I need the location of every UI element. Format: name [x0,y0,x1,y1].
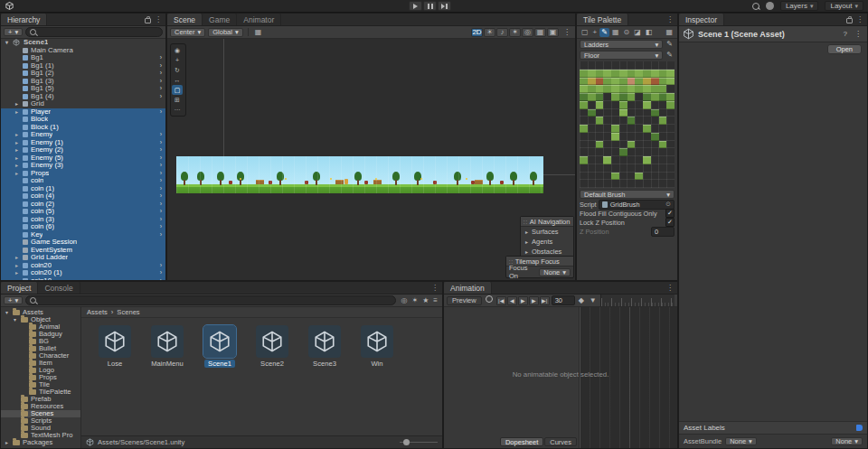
open-scene-button[interactable]: Open [827,44,862,54]
prefab-chevron-icon[interactable]: › [160,185,165,193]
palette-tile[interactable] [611,133,619,141]
palette-tile[interactable] [627,93,636,101]
expander-icon[interactable]: ▸ [14,254,20,262]
flood-fill-checkbox[interactable]: ✓ [665,209,675,218]
edit-palette-icon[interactable]: ✎ [665,40,675,49]
breadcrumb-item[interactable]: Scenes [117,308,139,316]
expander-icon[interactable]: ▸ [14,162,20,170]
lock-icon[interactable] [846,18,853,23]
lock-icon[interactable] [145,18,151,23]
hierarchy-item[interactable]: ▸Enemy (3)› [1,162,165,170]
palette-tile[interactable] [611,93,619,101]
ai-navigation-item[interactable]: ▸Agents [521,237,573,247]
layout-dropdown[interactable]: Layout▾ [825,1,863,11]
palette-tile[interactable] [619,109,627,117]
palette-tile[interactable] [627,78,636,86]
palette-tile[interactable] [588,109,596,117]
palette-tile[interactable] [611,78,619,86]
active-tilemap-dropdown[interactable]: Floor▾ [580,51,663,60]
palette-tile[interactable] [643,93,651,101]
hierarchy-item[interactable]: ▸Enemy› [1,131,165,139]
next-frame-button[interactable]: ▶ [529,296,539,305]
expander-icon[interactable]: ▸ [14,146,20,154]
prefab-chevron-icon[interactable]: › [160,62,165,70]
hierarchy-item[interactable]: ▸Enemy (1)› [1,139,165,147]
search-by-type-icon[interactable]: ◎ [399,296,409,305]
play-button[interactable] [409,1,422,11]
hierarchy-item[interactable]: ▸Player› [1,108,165,117]
palette-tile[interactable] [588,93,596,101]
palette-tile[interactable] [651,109,659,117]
focus-on-dropdown[interactable]: None▾ [539,268,571,276]
hierarchy-item[interactable]: Block (1) [1,124,165,132]
palette-tile[interactable] [666,93,675,101]
visibility-toggle[interactable]: ◎ [522,28,533,37]
palette-tile[interactable] [659,117,667,125]
tab-console[interactable]: Console [38,282,80,294]
menu-icon[interactable]: ⋮ [431,284,439,292]
asset-item[interactable]: Lose [94,325,136,368]
assetbundle-variant-dropdown[interactable]: None▾ [831,437,863,445]
overlay-menu-icon[interactable]: ⋮ [561,28,572,37]
scene-viewport[interactable]: ◉+↻↔▢⊞⋯ ∷AI Navigation ▸Surfaces▸Agents▸… [167,39,575,280]
prefab-chevron-icon[interactable]: › [160,139,165,147]
hierarchy-item[interactable]: ▸coin20 (1)› [1,269,165,277]
lighting-toggle[interactable]: ☀ [484,28,495,37]
expander-icon[interactable]: ▾ [4,309,10,316]
hierarchy-item[interactable]: Game Session [1,239,165,247]
asset-labels-icon[interactable] [856,425,863,431]
tab-tile-palette[interactable]: Tile Palette [577,14,628,25]
project-search[interactable] [25,295,396,305]
slider-thumb[interactable] [403,439,410,445]
hierarchy-item[interactable]: EventSystem [1,247,165,255]
tab-animator[interactable]: Animator [237,14,281,25]
expander-icon[interactable]: ▾ [12,316,18,323]
menu-icon[interactable]: ⋮ [856,15,863,23]
hierarchy-item[interactable]: Block [1,116,165,124]
box-fill-tool[interactable]: ▦ [610,28,621,37]
hierarchy-item[interactable]: ▸Grid Ladder [1,254,165,262]
tab-hierarchy[interactable]: Hierarchy [1,14,47,25]
palette-tile[interactable] [627,117,636,125]
erase-tool[interactable]: ◪ [632,28,643,37]
hierarchy-search-input[interactable] [39,28,158,36]
palette-tile[interactable] [666,78,675,86]
help-icon[interactable]: ? [842,30,849,39]
menu-icon[interactable]: ⋮ [666,284,674,292]
palette-tile[interactable] [596,101,604,109]
hierarchy-item[interactable]: ▾Scene1 [1,39,165,47]
palette-tile[interactable] [611,125,619,133]
add-event-button[interactable]: ▼ [588,296,599,305]
expander-icon[interactable]: ▸ [14,154,20,163]
palette-tile[interactable] [659,78,667,86]
palette-tile[interactable] [596,85,604,93]
prefab-chevron-icon[interactable]: › [160,201,165,209]
paint-tool[interactable]: ✎ [599,28,609,37]
palette-tile[interactable] [611,173,619,181]
hierarchy-item[interactable]: coin (1)› [1,185,165,193]
pause-button[interactable] [423,1,437,11]
palette-tile[interactable] [651,85,659,93]
hierarchy-item[interactable]: Key› [1,231,165,239]
curves-tab[interactable]: Curves [544,437,577,446]
palette-tile[interactable] [580,125,588,133]
palette-tile[interactable] [635,70,643,78]
hierarchy-item[interactable]: Bg1 (4)› [1,93,165,101]
palette-tile[interactable] [603,156,611,164]
hierarchy-item[interactable]: ▸coin20› [1,262,165,270]
palette-tile[interactable] [611,85,619,93]
palette-tile[interactable] [596,93,604,101]
palette-tile[interactable] [596,117,604,125]
project-search-input[interactable] [39,296,392,304]
prefab-chevron-icon[interactable]: › [160,269,165,277]
tool-handle-rotation-dropdown[interactable]: Global▾ [208,28,242,37]
create-object-button[interactable]: +▾ [4,28,23,36]
prefab-chevron-icon[interactable]: › [160,177,165,185]
prefab-chevron-icon[interactable]: › [160,54,165,62]
zoom-slider[interactable] [400,438,438,446]
palette-tile[interactable] [635,78,643,86]
palette-tile[interactable] [588,85,596,93]
select-tool[interactable]: ▢ [580,28,590,37]
timeline-ruler[interactable] [600,295,675,306]
palette-tile[interactable] [651,133,659,141]
